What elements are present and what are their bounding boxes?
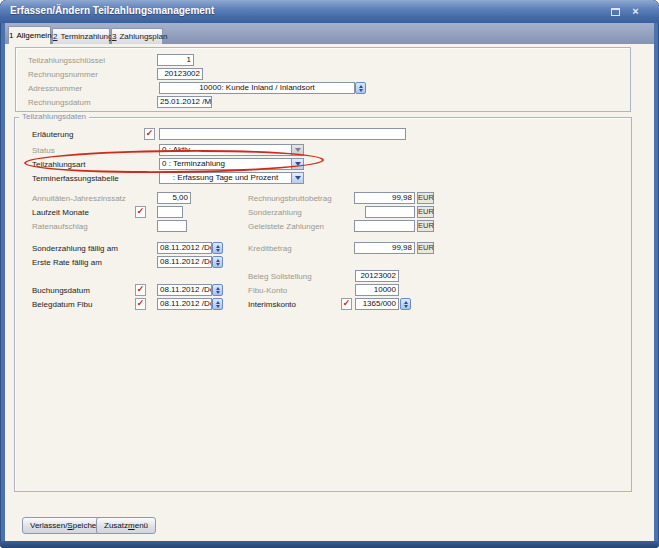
interimskonto-check-button[interactable]: ✓ <box>341 298 352 310</box>
terminerfassungstabelle-select[interactable]: : Erfassung Tage und Prozent <box>159 172 304 184</box>
tab-strip: 1Allgemein 2Terminzahlungen 3Zahlungspla… <box>5 23 654 44</box>
spinner-down-icon <box>216 263 220 266</box>
check-icon: ✓ <box>342 298 351 308</box>
window-title: Erfassen/Ändern Teilzahlungsmanagement <box>10 5 214 16</box>
geleistete-zahlungen-label: Geleistete Zahlungen <box>248 222 324 231</box>
tab-label: Allgemein <box>16 31 51 40</box>
buchungsdatum-field[interactable]: 08.11.2012 /Do <box>157 284 212 296</box>
erste-rate-faellig-am-label: Erste Rate fällig am <box>32 258 102 267</box>
sonderzahlung-field[interactable] <box>365 206 415 218</box>
sonderzahlung-currency-label: EUR <box>417 206 434 218</box>
spinner-up-icon <box>216 245 220 248</box>
check-icon: ✓ <box>136 298 145 308</box>
check-icon: ✓ <box>136 206 145 216</box>
spinner-down-icon <box>216 249 220 252</box>
belegdatum-fibu-spinner[interactable] <box>212 298 223 310</box>
restore-button[interactable] <box>608 4 623 19</box>
annuitaeten-jahreszinssatz-label: Annuitäten-Jahreszinssatz <box>32 194 126 203</box>
spinner-up-icon <box>216 259 220 262</box>
adressnummer-field[interactable]: 10000: Kunde Inland / Inlandsort <box>159 82 355 94</box>
rechnungsbruttobetrag-field[interactable]: 99,98 <box>354 192 415 204</box>
restore-icon <box>611 8 620 16</box>
rechnungsnummer-label: Rechnungsnummer <box>28 70 98 79</box>
adressnummer-label: Adressnummer <box>28 84 82 93</box>
interimskonto-spinner[interactable] <box>400 298 411 310</box>
check-icon: ✓ <box>145 128 154 138</box>
button-text: Verlassen/ <box>30 521 67 530</box>
spinner-up-icon <box>216 301 220 304</box>
button-mnemonic: m <box>128 521 135 530</box>
titlebar[interactable]: Erfassen/Ändern Teilzahlungsmanagement × <box>0 0 659 23</box>
button-text: enü <box>135 521 148 530</box>
spinner-down-icon <box>216 305 220 308</box>
fibu-konto-label: Fibu-Konto <box>248 286 287 295</box>
terminerfassungstabelle-value: : Erfassung Tage und Prozent <box>160 173 291 183</box>
tab-number: 2 <box>53 32 57 41</box>
zusatzmenu-button[interactable]: Zusatzmenü <box>96 517 156 534</box>
beleg-sollstellung-field[interactable]: 20123002 <box>355 270 399 282</box>
rechnungsbruttobetrag-label: Rechnungsbruttobetrag <box>248 194 332 203</box>
sonderzahlung-faellig-am-label: Sonderzahlung fällig am <box>32 244 118 253</box>
rechnungsdatum-label: Rechnungsdatum <box>28 98 91 107</box>
tab-number: 1 <box>9 31 13 40</box>
interimskonto-field[interactable]: 1365/000 <box>355 298 399 310</box>
terminerfassungstabelle-label: Terminerfassungstabelle <box>32 174 119 183</box>
teilzahlungsschluessel-field[interactable]: 1 <box>157 54 194 66</box>
tab-zahlungsplan[interactable]: 3Zahlungsplan <box>111 28 163 44</box>
teilzahlungsschluessel-label: Teilzahlungsschlüssel <box>28 56 105 65</box>
beleg-sollstellung-label: Beleg Sollstellung <box>248 272 312 281</box>
tab-terminzahlungen[interactable]: 2Terminzahlungen <box>52 28 110 44</box>
fibu-konto-field[interactable]: 10000 <box>355 284 399 296</box>
ratenaufschlag-field[interactable] <box>157 220 187 232</box>
status-label: Status <box>32 146 55 155</box>
button-text: Zusatz <box>104 521 128 530</box>
sonderzahlung-faellig-am-field[interactable]: 08.11.2012 /Do <box>157 242 212 254</box>
adressnummer-spinner[interactable] <box>355 82 366 94</box>
belegdatum-fibu-check-button[interactable]: ✓ <box>135 298 146 310</box>
geleistete-zahlungen-field[interactable] <box>354 220 415 232</box>
check-icon: ✓ <box>136 284 145 294</box>
rechnungsnummer-field[interactable]: 20123002 <box>157 68 203 80</box>
spinner-down-icon <box>404 305 408 308</box>
belegdatum-fibu-field[interactable]: 08.11.2012 /Do <box>157 298 212 310</box>
spinner-down-icon <box>359 89 363 92</box>
laufzeit-monate-field[interactable] <box>157 206 183 218</box>
buchungsdatum-spinner[interactable] <box>212 284 223 296</box>
tab-label: Zahlungsplan <box>119 32 167 41</box>
rechnungsdatum-field[interactable]: 25.01.2012 /Mi <box>157 96 212 108</box>
laufzeit-monate-label: Laufzeit Monate <box>32 208 89 217</box>
belegdatum-fibu-label: Belegdatum Fibu <box>32 300 92 309</box>
erlaeuterung-edit-button[interactable]: ✓ <box>144 128 155 140</box>
kreditbetrag-label: Kreditbetrag <box>248 244 292 253</box>
window: Erfassen/Ändern Teilzahlungsmanagement ×… <box>0 0 659 548</box>
annuitaeten-jahreszinssatz-field[interactable]: 5,00 <box>157 192 191 204</box>
erste-rate-faellig-am-field[interactable]: 08.11.2012 /Do <box>157 256 212 268</box>
sonderzahlung-label: Sonderzahlung <box>248 208 302 217</box>
spinner-up-icon <box>404 301 408 304</box>
tab-allgemein[interactable]: 1Allgemein <box>8 26 51 44</box>
dropdown-arrow-icon <box>291 173 303 183</box>
dialog-content: 1Allgemein 2Terminzahlungen 3Zahlungspla… <box>5 23 654 541</box>
kreditbetrag-currency-label: EUR <box>417 242 434 254</box>
spinner-down-icon <box>216 291 220 294</box>
interimskonto-label: Interimskonto <box>248 300 296 309</box>
laufzeit-monate-check-button[interactable]: ✓ <box>135 206 146 218</box>
ratenaufschlag-label: Ratenaufschlag <box>32 222 88 231</box>
header-groupbox <box>15 47 631 112</box>
close-button[interactable]: × <box>628 4 643 19</box>
geleistete-zahlungen-currency-label: EUR <box>417 220 434 232</box>
kreditbetrag-field[interactable]: 99,98 <box>354 242 415 254</box>
rechnungsbruttobetrag-currency-label: EUR <box>417 192 434 204</box>
spinner-up-icon <box>359 85 363 88</box>
spinner-up-icon <box>216 287 220 290</box>
erlaeuterung-label: Erläuterung <box>32 130 73 139</box>
teilzahlungsdaten-legend: Teilzahlungsdaten <box>19 112 89 121</box>
erste-rate-faellig-am-spinner[interactable] <box>212 256 223 268</box>
sonderzahlung-faellig-am-spinner[interactable] <box>212 242 223 254</box>
buchungsdatum-label: Buchungsdatum <box>32 286 90 295</box>
erlaeuterung-field[interactable] <box>159 128 406 140</box>
tab-number: 3 <box>112 32 116 41</box>
window-border-bottom <box>0 541 659 548</box>
buchungsdatum-check-button[interactable]: ✓ <box>135 284 146 296</box>
